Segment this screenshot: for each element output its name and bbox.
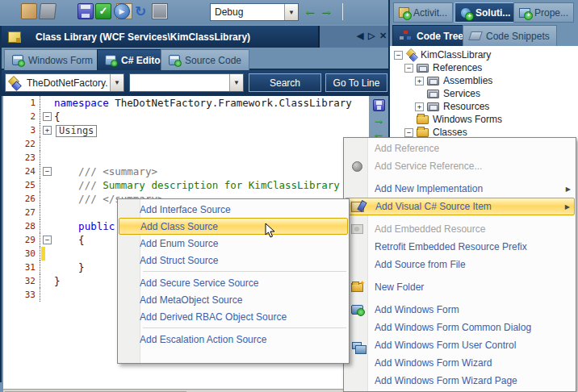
mouse-cursor [265, 223, 276, 239]
line-number: 1 [3, 96, 40, 110]
fold-collapse-icon[interactable]: − [43, 236, 52, 244]
dock-left-icon[interactable]: ◀ [357, 31, 363, 41]
windows-forms-folder-icon [417, 115, 429, 124]
build-config-combobox[interactable]: Debug ▼ [210, 3, 299, 21]
code-line: 25 /// Summary description for KimClassL… [3, 178, 369, 192]
tree-item-resources[interactable]: + Resources [390, 100, 578, 113]
tab-label: Activit... [413, 7, 447, 19]
forward-arrow-icon[interactable]: → [373, 114, 385, 125]
tab-properties[interactable]: Prope... [513, 2, 574, 23]
tree-item-kimclasslibrary[interactable]: − KimClassLibrary [390, 48, 578, 61]
menu-item-retrofit-embedded-resource-prefix[interactable]: Retrofit Embedded Resource Prefix [345, 238, 575, 256]
search-term-combobox[interactable]: ▼ [129, 73, 244, 92]
menu-item-add-embedded-resource[interactable]: Add Embedded Resource [345, 220, 575, 238]
horizontal-scrollbar[interactable] [3, 389, 369, 392]
dropdown-arrow-icon[interactable]: ▼ [284, 4, 298, 20]
dropdown-arrow-icon[interactable]: ▼ [110, 74, 124, 91]
assemblies-folder-icon [427, 77, 439, 85]
line-number: 3 [3, 123, 40, 137]
submenu-item-add-escalation-action-source[interactable]: Add Escalation Action Source [119, 331, 348, 348]
tree-tabstrip: Code Tree Code Snippets [390, 23, 578, 46]
search-scope-combobox[interactable]: TheDotNetFactory. ▼ [5, 73, 124, 92]
line-number: 30 [3, 247, 40, 261]
tab-windows-form[interactable]: Windows Form [4, 49, 101, 70]
menu-item-new-folder[interactable]: New Folder [345, 278, 575, 296]
fold-expand-icon[interactable]: + [43, 126, 52, 135]
line-number: 31 [3, 261, 40, 274]
run-icon[interactable]: ▶ [114, 3, 130, 19]
close-icon[interactable]: ✕ [379, 31, 387, 41]
menu-item-add-windows-form-wizard-page[interactable]: Add Windows Form Wizard Page [345, 372, 575, 390]
search-button[interactable]: Search [249, 73, 321, 92]
tree-item-assemblies[interactable]: + Assemblies [390, 74, 578, 87]
dropdown-arrow-icon[interactable]: ▼ [229, 74, 243, 91]
solution-icon [460, 7, 471, 19]
dock-right-icon[interactable]: ▷ [368, 31, 375, 41]
save-icon[interactable] [77, 3, 94, 19]
properties-icon [519, 8, 530, 18]
navigate-forward-icon[interactable]: → [320, 2, 333, 19]
tree-item-windows-forms[interactable]: Windows Forms [390, 113, 578, 126]
go-to-line-button[interactable]: Go To Line [325, 73, 387, 92]
line-number: 32 [3, 274, 40, 288]
windows-icon[interactable] [152, 3, 168, 19]
code-line: 23 [3, 151, 369, 165]
menu-item-add-new-implementation[interactable]: Add New Implementation ▶ [345, 180, 575, 198]
line-number: 29 [3, 233, 40, 247]
menu-item-add-visual-csharp-source-item[interactable]: Add Visual C# Source Item ▶ [345, 198, 575, 215]
code-tree-icon [400, 31, 412, 41]
menu-item-add-windows-form[interactable]: Add Windows Form [345, 301, 575, 319]
new-item-icon[interactable] [21, 3, 37, 19]
menu-item-add-source-from-file[interactable]: Add Source from File [345, 256, 575, 273]
collapsed-region[interactable]: Usings [56, 125, 97, 137]
document-titlebar: Class Library (WCF Services\KimClassLibr… [2, 26, 390, 48]
menu-item-add-reference[interactable]: Add Reference [345, 140, 575, 157]
document-title-tab[interactable]: Class Library (WCF Services\KimClassLibr… [2, 26, 320, 48]
tab-label: Source Code [185, 55, 241, 66]
search-scope-value: TheDotNetFactory. [23, 77, 110, 89]
code-line: 1 namespace TheDotNetFactory.Framework.C… [3, 96, 369, 110]
menu-item-add-windows-form-wizard[interactable]: Add Windows Form Wizard [345, 354, 575, 372]
tree-item-services[interactable]: Services [390, 87, 578, 100]
menu-item-add-service-reference[interactable]: Add Service Reference... [345, 157, 575, 175]
line-number: 24 [3, 165, 40, 178]
submenu-item-add-interface-source[interactable]: Add Interface Source [119, 201, 348, 218]
tab-activities[interactable]: Activit... [393, 2, 453, 23]
tab-label: C# Editor [121, 55, 164, 66]
fold-collapse-icon[interactable]: − [43, 112, 52, 121]
tree-collapse-icon[interactable]: − [394, 51, 403, 60]
tab-label: Windows Form [28, 55, 93, 66]
menu-item-add-windows-form-common-dialog[interactable]: Add Windows Form Common Dialog [345, 319, 575, 336]
submenu-item-add-derived-rbac-object-source[interactable]: Add Derived RBAC Object Source [119, 308, 348, 325]
toolbar-separator [342, 3, 343, 20]
submenu-item-add-struct-source[interactable]: Add Struct Source [119, 252, 348, 269]
save-file-icon[interactable] [373, 99, 385, 111]
tree-item-label: Classes [433, 127, 467, 138]
validate-icon[interactable]: ✓ [95, 3, 111, 19]
line-number: 33 [3, 288, 40, 302]
windows-form-tab-icon [12, 55, 23, 65]
tab-code-tree[interactable]: Code Tree [392, 25, 471, 46]
document-title: Class Library (WCF Services\KimClassLibr… [36, 31, 250, 43]
tab-solution[interactable]: Soluti... [454, 2, 516, 23]
line-number: 25 [3, 178, 40, 192]
code-line: 24 − /// <summary> [3, 165, 369, 178]
menu-separator [143, 271, 346, 272]
submenu-item-add-secure-service-source[interactable]: Add Secure Service Source [119, 274, 348, 291]
tree-collapse-icon[interactable]: − [404, 64, 413, 73]
submenu-item-add-metaobject-source[interactable]: Add MetaObject Source [119, 291, 348, 308]
refresh-icon[interactable]: ↻ [132, 3, 149, 19]
tab-source-code[interactable]: Source Code [161, 49, 249, 70]
tree-expand-icon[interactable]: + [415, 102, 424, 111]
tab-code-snippets[interactable]: Code Snippets [463, 25, 557, 46]
menu-item-add-windows-form-user-control[interactable]: Add Windows Form User Control [345, 336, 575, 354]
submenu-item-add-class-source[interactable]: Add Class Source [119, 218, 348, 235]
tree-expand-icon[interactable]: + [415, 77, 424, 85]
navigate-back-icon[interactable]: ← [304, 2, 317, 19]
fold-collapse-icon[interactable]: − [43, 167, 52, 176]
line-number: 27 [3, 206, 40, 219]
tree-item-references[interactable]: − References [390, 61, 578, 74]
submenu-item-add-enum-source[interactable]: Add Enum Source [119, 235, 348, 252]
open-icon[interactable] [39, 3, 57, 19]
tree-collapse-icon[interactable]: − [404, 128, 413, 137]
